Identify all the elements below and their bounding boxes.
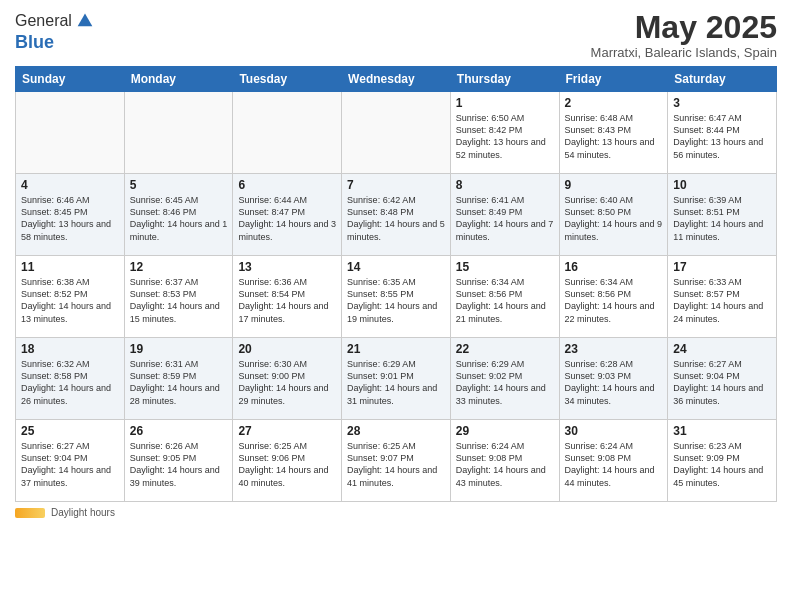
calendar-cell: 31Sunrise: 6:23 AM Sunset: 9:09 PM Dayli… (668, 420, 777, 502)
day-info: Sunrise: 6:36 AM Sunset: 8:54 PM Dayligh… (238, 276, 336, 325)
calendar-cell (16, 92, 125, 174)
day-info: Sunrise: 6:44 AM Sunset: 8:47 PM Dayligh… (238, 194, 336, 243)
daylight-label: Daylight hours (51, 507, 115, 518)
daylight-bar-icon (15, 508, 45, 518)
day-info: Sunrise: 6:33 AM Sunset: 8:57 PM Dayligh… (673, 276, 771, 325)
logo-triangle-icon (74, 8, 96, 30)
day-number: 17 (673, 260, 771, 274)
calendar-week-3: 18Sunrise: 6:32 AM Sunset: 8:58 PM Dayli… (16, 338, 777, 420)
col-header-tuesday: Tuesday (233, 67, 342, 92)
day-info: Sunrise: 6:27 AM Sunset: 9:04 PM Dayligh… (673, 358, 771, 407)
day-info: Sunrise: 6:27 AM Sunset: 9:04 PM Dayligh… (21, 440, 119, 489)
logo: General Blue (15, 10, 96, 53)
col-header-monday: Monday (124, 67, 233, 92)
calendar-cell: 29Sunrise: 6:24 AM Sunset: 9:08 PM Dayli… (450, 420, 559, 502)
calendar-cell: 13Sunrise: 6:36 AM Sunset: 8:54 PM Dayli… (233, 256, 342, 338)
day-number: 11 (21, 260, 119, 274)
calendar-cell: 8Sunrise: 6:41 AM Sunset: 8:49 PM Daylig… (450, 174, 559, 256)
svg-marker-0 (78, 14, 93, 27)
day-info: Sunrise: 6:37 AM Sunset: 8:53 PM Dayligh… (130, 276, 228, 325)
calendar-cell: 28Sunrise: 6:25 AM Sunset: 9:07 PM Dayli… (342, 420, 451, 502)
calendar-week-2: 11Sunrise: 6:38 AM Sunset: 8:52 PM Dayli… (16, 256, 777, 338)
day-number: 10 (673, 178, 771, 192)
footer-note: Daylight hours (15, 507, 777, 518)
calendar-cell: 1Sunrise: 6:50 AM Sunset: 8:42 PM Daylig… (450, 92, 559, 174)
day-info: Sunrise: 6:24 AM Sunset: 9:08 PM Dayligh… (565, 440, 663, 489)
day-number: 28 (347, 424, 445, 438)
month-title: May 2025 (591, 10, 777, 45)
location: Marratxi, Balearic Islands, Spain (591, 45, 777, 60)
col-header-wednesday: Wednesday (342, 67, 451, 92)
page-header: General Blue May 2025 Marratxi, Balearic… (15, 10, 777, 60)
day-number: 7 (347, 178, 445, 192)
day-number: 21 (347, 342, 445, 356)
calendar-cell: 11Sunrise: 6:38 AM Sunset: 8:52 PM Dayli… (16, 256, 125, 338)
calendar-cell (124, 92, 233, 174)
calendar-cell: 19Sunrise: 6:31 AM Sunset: 8:59 PM Dayli… (124, 338, 233, 420)
day-number: 3 (673, 96, 771, 110)
calendar-cell: 20Sunrise: 6:30 AM Sunset: 9:00 PM Dayli… (233, 338, 342, 420)
day-info: Sunrise: 6:28 AM Sunset: 9:03 PM Dayligh… (565, 358, 663, 407)
day-number: 1 (456, 96, 554, 110)
day-number: 6 (238, 178, 336, 192)
day-info: Sunrise: 6:26 AM Sunset: 9:05 PM Dayligh… (130, 440, 228, 489)
day-number: 31 (673, 424, 771, 438)
logo-blue: Blue (15, 32, 96, 53)
day-info: Sunrise: 6:31 AM Sunset: 8:59 PM Dayligh… (130, 358, 228, 407)
day-number: 24 (673, 342, 771, 356)
calendar-cell (342, 92, 451, 174)
day-number: 25 (21, 424, 119, 438)
day-info: Sunrise: 6:30 AM Sunset: 9:00 PM Dayligh… (238, 358, 336, 407)
day-info: Sunrise: 6:32 AM Sunset: 8:58 PM Dayligh… (21, 358, 119, 407)
day-number: 2 (565, 96, 663, 110)
day-info: Sunrise: 6:29 AM Sunset: 9:01 PM Dayligh… (347, 358, 445, 407)
calendar-cell: 2Sunrise: 6:48 AM Sunset: 8:43 PM Daylig… (559, 92, 668, 174)
calendar-cell: 21Sunrise: 6:29 AM Sunset: 9:01 PM Dayli… (342, 338, 451, 420)
calendar-cell: 15Sunrise: 6:34 AM Sunset: 8:56 PM Dayli… (450, 256, 559, 338)
day-number: 14 (347, 260, 445, 274)
calendar-cell: 9Sunrise: 6:40 AM Sunset: 8:50 PM Daylig… (559, 174, 668, 256)
calendar-cell: 7Sunrise: 6:42 AM Sunset: 8:48 PM Daylig… (342, 174, 451, 256)
day-info: Sunrise: 6:45 AM Sunset: 8:46 PM Dayligh… (130, 194, 228, 243)
day-info: Sunrise: 6:34 AM Sunset: 8:56 PM Dayligh… (456, 276, 554, 325)
day-number: 26 (130, 424, 228, 438)
day-number: 20 (238, 342, 336, 356)
day-number: 29 (456, 424, 554, 438)
day-info: Sunrise: 6:48 AM Sunset: 8:43 PM Dayligh… (565, 112, 663, 161)
calendar-header-row: SundayMondayTuesdayWednesdayThursdayFrid… (16, 67, 777, 92)
calendar-cell: 10Sunrise: 6:39 AM Sunset: 8:51 PM Dayli… (668, 174, 777, 256)
calendar-cell: 5Sunrise: 6:45 AM Sunset: 8:46 PM Daylig… (124, 174, 233, 256)
title-block: May 2025 Marratxi, Balearic Islands, Spa… (591, 10, 777, 60)
day-number: 9 (565, 178, 663, 192)
calendar-cell: 24Sunrise: 6:27 AM Sunset: 9:04 PM Dayli… (668, 338, 777, 420)
day-info: Sunrise: 6:50 AM Sunset: 8:42 PM Dayligh… (456, 112, 554, 161)
calendar-cell: 22Sunrise: 6:29 AM Sunset: 9:02 PM Dayli… (450, 338, 559, 420)
day-number: 4 (21, 178, 119, 192)
day-info: Sunrise: 6:39 AM Sunset: 8:51 PM Dayligh… (673, 194, 771, 243)
calendar-cell: 30Sunrise: 6:24 AM Sunset: 9:08 PM Dayli… (559, 420, 668, 502)
col-header-friday: Friday (559, 67, 668, 92)
day-number: 5 (130, 178, 228, 192)
day-info: Sunrise: 6:25 AM Sunset: 9:07 PM Dayligh… (347, 440, 445, 489)
calendar-cell: 18Sunrise: 6:32 AM Sunset: 8:58 PM Dayli… (16, 338, 125, 420)
day-number: 15 (456, 260, 554, 274)
day-info: Sunrise: 6:34 AM Sunset: 8:56 PM Dayligh… (565, 276, 663, 325)
day-info: Sunrise: 6:46 AM Sunset: 8:45 PM Dayligh… (21, 194, 119, 243)
col-header-thursday: Thursday (450, 67, 559, 92)
calendar-table: SundayMondayTuesdayWednesdayThursdayFrid… (15, 66, 777, 502)
logo-general: General (15, 12, 72, 30)
calendar-week-0: 1Sunrise: 6:50 AM Sunset: 8:42 PM Daylig… (16, 92, 777, 174)
day-number: 27 (238, 424, 336, 438)
day-info: Sunrise: 6:35 AM Sunset: 8:55 PM Dayligh… (347, 276, 445, 325)
calendar-cell: 17Sunrise: 6:33 AM Sunset: 8:57 PM Dayli… (668, 256, 777, 338)
calendar-cell: 25Sunrise: 6:27 AM Sunset: 9:04 PM Dayli… (16, 420, 125, 502)
day-info: Sunrise: 6:41 AM Sunset: 8:49 PM Dayligh… (456, 194, 554, 243)
col-header-sunday: Sunday (16, 67, 125, 92)
day-number: 8 (456, 178, 554, 192)
day-number: 12 (130, 260, 228, 274)
day-number: 13 (238, 260, 336, 274)
day-info: Sunrise: 6:23 AM Sunset: 9:09 PM Dayligh… (673, 440, 771, 489)
calendar-week-1: 4Sunrise: 6:46 AM Sunset: 8:45 PM Daylig… (16, 174, 777, 256)
day-number: 22 (456, 342, 554, 356)
day-info: Sunrise: 6:40 AM Sunset: 8:50 PM Dayligh… (565, 194, 663, 243)
